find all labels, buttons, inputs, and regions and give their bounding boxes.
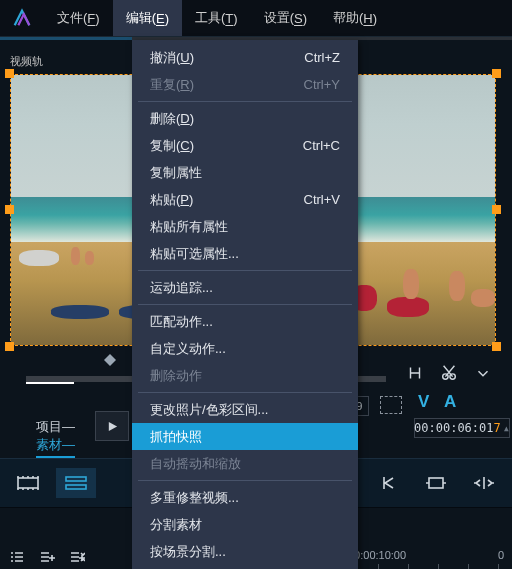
list-icon[interactable] <box>4 544 30 569</box>
expand-horizontal-icon[interactable] <box>464 468 504 498</box>
menu-item-label: 自定义动作... <box>150 340 226 358</box>
tab-project[interactable]: 项目— <box>36 418 75 436</box>
menu-item: 重复(R)Ctrl+Y <box>132 71 358 98</box>
menu-item: 自动摇动和缩放 <box>132 450 358 477</box>
menu-item-label: 运动追踪... <box>150 279 213 297</box>
menu-separator <box>138 480 352 481</box>
menu-item-label: 多重修整视频... <box>150 489 239 507</box>
menu-item[interactable]: 运动追踪... <box>132 274 358 301</box>
menu-item-label: 复制属性 <box>150 164 202 182</box>
menu-separator <box>138 304 352 305</box>
storyboard-view-icon[interactable] <box>8 468 48 498</box>
menu-edit[interactable]: 编辑(E) <box>113 0 182 36</box>
menu-shortcut: Ctrl+Y <box>304 77 340 92</box>
menu-item[interactable]: 分割素材 <box>132 511 358 538</box>
menu-file[interactable]: 文件(F) <box>44 0 113 36</box>
menu-separator <box>138 101 352 102</box>
svg-rect-3 <box>66 477 86 481</box>
menu-separator <box>138 392 352 393</box>
menu-item-label: 自动摇动和缩放 <box>150 455 241 473</box>
resize-handle[interactable] <box>492 342 501 351</box>
preview-tabs: 项目— 素材— <box>36 418 79 458</box>
svg-rect-2 <box>18 478 38 488</box>
menu-item-label: 重复(R) <box>150 76 194 94</box>
audio-toggle[interactable]: A <box>444 392 456 412</box>
scrub-progress <box>26 376 74 384</box>
menu-item-label: 更改照片/色彩区间... <box>150 401 268 419</box>
timeline-view-icon[interactable] <box>56 468 96 498</box>
menu-shortcut: Ctrl+V <box>304 192 340 207</box>
menu-item[interactable]: 复制属性 <box>132 159 358 186</box>
menu-item-label: 删除动作 <box>150 367 202 385</box>
chevron-down-icon[interactable] <box>470 360 496 386</box>
menu-help[interactable]: 帮助(H) <box>320 0 390 36</box>
menu-item[interactable]: 粘贴(P)Ctrl+V <box>132 186 358 213</box>
workspace: 视频轨 项目— 素材— <box>0 40 512 569</box>
menu-item-label: 复制(C) <box>150 137 194 155</box>
resize-handle[interactable] <box>5 342 14 351</box>
menu-settings[interactable]: 设置(S) <box>251 0 320 36</box>
menu-shortcut: Ctrl+C <box>303 138 340 153</box>
menu-item[interactable]: 抓拍快照 <box>132 423 358 450</box>
app-logo <box>0 0 44 36</box>
tab-clip[interactable]: 素材— <box>36 436 75 458</box>
menu-item[interactable]: 复制(C)Ctrl+C <box>132 132 358 159</box>
menu-tools[interactable]: 工具(T) <box>182 0 251 36</box>
menu-item-label: 撤消(U) <box>150 49 194 67</box>
play-button[interactable] <box>95 411 129 441</box>
resize-handle[interactable] <box>492 205 501 214</box>
menu-item[interactable]: 自定义动作... <box>132 335 358 362</box>
menu-item[interactable]: 删除(D) <box>132 105 358 132</box>
menu-item-label: 分割素材 <box>150 516 202 534</box>
cut-icon[interactable] <box>436 360 462 386</box>
menubar: 文件(F) 编辑(E) 工具(T) 设置(S) 帮助(H) <box>0 0 512 37</box>
resize-handle[interactable] <box>5 69 14 78</box>
resize-handle[interactable] <box>5 205 14 214</box>
menu-item[interactable]: 多重修整视频... <box>132 484 358 511</box>
ruler-time-2: 0 <box>498 549 504 561</box>
go-start-icon[interactable] <box>368 468 408 498</box>
menu-item[interactable]: 更改照片/色彩区间... <box>132 396 358 423</box>
keyframe-marker-icon[interactable] <box>104 354 116 366</box>
collapse-track-icon[interactable] <box>64 544 90 569</box>
add-track-icon[interactable] <box>34 544 60 569</box>
menu-item-label: 抓拍快照 <box>150 428 202 446</box>
menu-item-label: 删除(D) <box>150 110 194 128</box>
menu-item[interactable]: 粘贴所有属性 <box>132 213 358 240</box>
timecode-display[interactable]: 00:00:06:017▴ <box>414 418 510 438</box>
fit-window-icon[interactable] <box>416 468 456 498</box>
menu-item[interactable]: 粘贴可选属性... <box>132 240 358 267</box>
svg-rect-5 <box>429 478 443 488</box>
menu-item-label: 匹配动作... <box>150 313 213 331</box>
menu-item[interactable]: 按场景分割... <box>132 538 358 565</box>
resize-handle[interactable] <box>492 69 501 78</box>
menu-item-label: 粘贴所有属性 <box>150 218 228 236</box>
menu-item-label: 粘贴(P) <box>150 191 193 209</box>
track-label: 视频轨 <box>10 54 43 69</box>
marquee-tool-icon[interactable] <box>380 396 402 414</box>
svg-rect-4 <box>66 485 86 489</box>
menu-separator <box>138 270 352 271</box>
video-toggle[interactable]: V <box>418 392 429 412</box>
edit-menu-dropdown: 撤消(U)Ctrl+Z重复(R)Ctrl+Y删除(D)复制(C)Ctrl+C复制… <box>132 40 358 569</box>
mark-in-out-icon[interactable] <box>402 360 428 386</box>
menu-item: 删除动作 <box>132 362 358 389</box>
menu-item-label: 按场景分割... <box>150 543 226 561</box>
menu-item[interactable]: 撤消(U)Ctrl+Z <box>132 44 358 71</box>
menu-item-label: 粘贴可选属性... <box>150 245 239 263</box>
menu-shortcut: Ctrl+Z <box>304 50 340 65</box>
menu-item[interactable]: 匹配动作... <box>132 308 358 335</box>
menu-item[interactable]: 分离音频 <box>132 565 358 569</box>
